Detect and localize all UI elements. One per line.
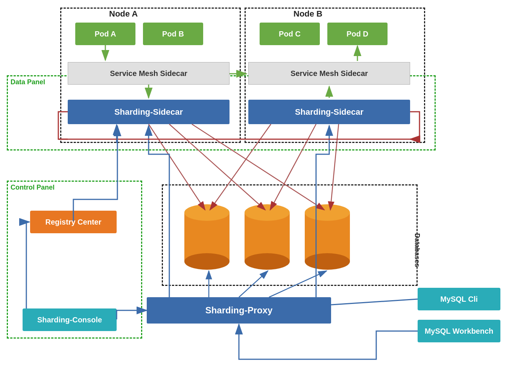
sharding-console: Sharding-Console xyxy=(23,308,117,331)
pod-c: Pod C xyxy=(260,23,320,45)
node-a-label: Node A xyxy=(109,9,138,19)
data-panel-label: Data Panel xyxy=(11,78,45,86)
sharding-proxy: Sharding-Proxy xyxy=(147,297,331,324)
mysql-workbench: MySQL Workbench xyxy=(418,320,500,342)
mysql-cli: MySQL Cli xyxy=(418,288,500,310)
pod-d: Pod D xyxy=(327,23,388,45)
sidecar-a: Service Mesh Sidecar xyxy=(68,62,230,85)
sidecar-b: Service Mesh Sidecar xyxy=(248,62,410,85)
control-panel-label: Control Panel xyxy=(11,184,55,191)
databases-boundary xyxy=(162,184,418,286)
sharding-sidecar-b: Sharding-Sidecar xyxy=(248,100,410,124)
pod-b: Pod B xyxy=(143,23,203,45)
pod-a: Pod A xyxy=(75,23,135,45)
svg-line-31 xyxy=(332,299,418,305)
diagram: Node A Node B Data Panel Control Panel D… xyxy=(0,0,532,392)
sharding-sidecar-a: Sharding-Sidecar xyxy=(68,100,230,124)
databases-label: Databases xyxy=(413,233,421,267)
registry-center: Registry Center xyxy=(30,211,117,233)
node-b-label: Node B xyxy=(293,9,322,19)
